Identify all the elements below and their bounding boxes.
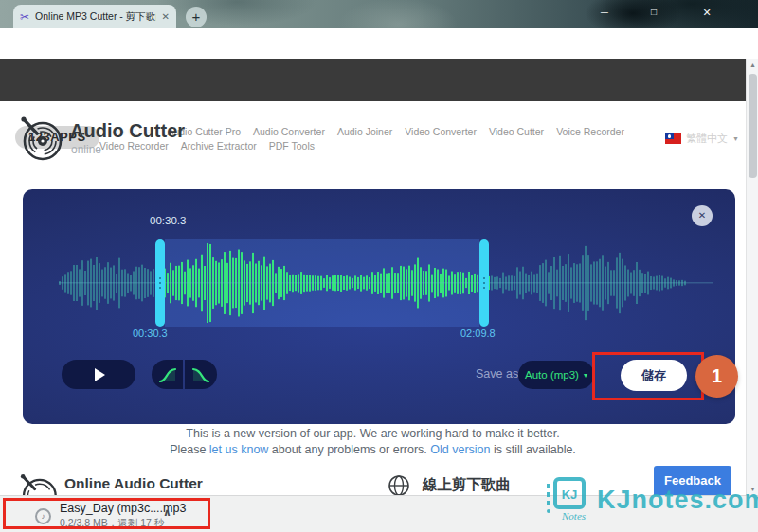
language-label: 繁體中文 — [686, 132, 728, 146]
download-item[interactable]: ♪ Easy_Day (mp3c....mp3 0.2/3.8 MB，還剩 17… — [9, 496, 199, 532]
nav-link-audio-joiner[interactable]: Audio Joiner — [337, 126, 392, 137]
feedback-button[interactable]: Feedback — [654, 466, 731, 495]
format-value: Auto (mp3) — [525, 369, 579, 381]
vinyl-record-icon — [17, 114, 66, 163]
scissors-favicon-icon: ✂ — [20, 10, 29, 24]
fade-out-icon — [190, 364, 211, 385]
close-window-button[interactable]: ✕ — [698, 7, 715, 19]
page-scrollbar[interactable]: ▲ ▼ — [746, 59, 758, 495]
nav-link-pdf-tools[interactable]: PDF Tools — [269, 140, 315, 151]
browser-toolbar: ← → ⟳ https://mp3cut.net/tw/ ☆ ⋮ — [0, 28, 758, 59]
panel-close-button[interactable]: ✕ — [692, 205, 713, 226]
nav-link-audio-converter[interactable]: Audio Converter — [253, 126, 325, 137]
nav-link-archive-extractor[interactable]: Archive Extractor — [181, 140, 257, 151]
let-us-know-link[interactable]: let us know — [209, 443, 269, 456]
notice-line2: Please let us know about any problems or… — [0, 442, 746, 458]
minimize-button[interactable]: ─ — [596, 7, 613, 18]
play-icon — [95, 368, 105, 381]
browser-titlebar: ✂ Online MP3 Cutter - 剪下歌曲 ✕ + ─ □ ✕ — [0, 0, 758, 28]
waveform[interactable] — [23, 239, 735, 327]
scroll-up-icon[interactable]: ▲ — [747, 62, 758, 68]
selection-handle-left[interactable] — [155, 239, 165, 327]
fade-out-button[interactable] — [185, 360, 217, 389]
scrollbar-thumb[interactable] — [749, 74, 757, 178]
page-title: Audio Cutter — [70, 120, 185, 142]
save-as-label: Save as: — [476, 367, 522, 381]
chevron-down-icon: ▼ — [732, 135, 739, 142]
nav-link-video-converter[interactable]: Video Converter — [405, 126, 477, 137]
selection-start-time: 00:30.3 — [133, 328, 168, 339]
tab-title: Online MP3 Cutter - 剪下歌曲 — [35, 10, 156, 24]
audio-file-icon: ♪ — [35, 508, 51, 524]
download-shelf: ♪ Easy_Day (mp3c....mp3 0.2/3.8 MB，還剩 17… — [0, 495, 758, 532]
format-select[interactable]: Auto (mp3) ▾ — [518, 361, 594, 389]
current-time-label: 00:30.3 — [150, 215, 186, 226]
section-heading-right: 線上剪下歌曲 — [423, 475, 511, 495]
page-subtitle: online — [71, 143, 101, 156]
chevron-down-icon: ▾ — [584, 371, 587, 380]
taiwan-flag-icon — [665, 133, 681, 144]
old-version-link[interactable]: Old version — [430, 443, 490, 456]
maximize-button[interactable]: □ — [645, 7, 662, 17]
notice-line1: This is a new version of our app. We are… — [0, 426, 746, 442]
download-expand-icon[interactable]: ∧ — [163, 506, 171, 519]
new-tab-button[interactable]: + — [186, 7, 207, 27]
section-heading-left: Online Audio Cutter — [64, 475, 203, 492]
download-progress: 0.2/3.8 MB，還剩 17 秒 — [60, 517, 164, 530]
tab-close-icon[interactable]: ✕ — [162, 11, 170, 22]
site-navbar: 123APPS Audio CutterAudio Cutter ProAudi… — [0, 59, 758, 101]
nav-link-voice-recorder[interactable]: Voice Recorder — [556, 126, 624, 137]
fade-in-icon — [157, 364, 178, 385]
vinyl-record-icon-partial — [17, 471, 61, 495]
save-button[interactable]: 儲存 — [621, 360, 687, 391]
selection-end-time: 02:09.8 — [460, 328, 496, 339]
step-badge: 1 — [695, 355, 738, 398]
scroll-down-icon[interactable]: ▼ — [747, 486, 758, 492]
fade-in-button[interactable] — [152, 360, 183, 389]
play-button[interactable] — [62, 360, 135, 389]
nav-link-video-cutter[interactable]: Video Cutter — [489, 126, 544, 137]
editor-panel: ✕ 00:30.3 00:30.3 02:09.8 Save as: Auto … — [23, 189, 735, 424]
notice-text: This is a new version of our app. We are… — [0, 426, 746, 458]
screen: ✂ Online MP3 Cutter - 剪下歌曲 ✕ + ─ □ ✕ ← →… — [0, 0, 758, 532]
selection-handle-right[interactable] — [479, 239, 489, 327]
browser-tab[interactable]: ✂ Online MP3 Cutter - 剪下歌曲 ✕ — [13, 5, 176, 28]
language-selector[interactable]: 繁體中文 ▼ — [665, 132, 739, 146]
